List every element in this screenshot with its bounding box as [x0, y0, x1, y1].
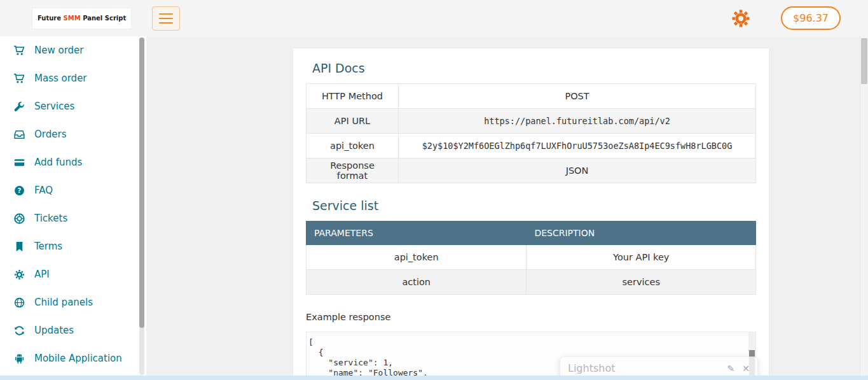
table-row: HTTP Method POST [307, 84, 756, 109]
pencil-icon[interactable]: ✎ [727, 363, 735, 374]
sidebar-item-label: Orders [34, 129, 66, 140]
row-value: $2y$10$Y2Mf6OEGlZhp6qf7LUXFhOruU5753oeZs… [399, 134, 756, 158]
question-circle-icon: ? [14, 185, 25, 196]
example-response-label: Example response [306, 312, 756, 322]
table-row: api_token Your API key [307, 245, 756, 270]
menu-icon [159, 13, 173, 15]
sidebar-item-label: Add funds [34, 157, 82, 168]
window-scrollbar[interactable] [860, 36, 868, 380]
row-label: HTTP Method [307, 84, 399, 109]
service-list-table: PARAMETERS DESCRIPTION api_token Your AP… [306, 221, 756, 295]
settings-gear-icon[interactable] [731, 9, 750, 28]
lightshot-title: Lightshot [568, 362, 615, 374]
cart-icon [14, 73, 25, 84]
table-row: api_token $2y$10$Y2Mf6OEGlZhp6qf7LUXFhOr… [307, 134, 756, 158]
topbar: Future SMM Panel Script $96.37 [0, 0, 868, 36]
row-value: POST [399, 84, 756, 109]
logo-text-part3: Panel Script [81, 15, 127, 22]
column-header-parameters: PARAMETERS [307, 222, 527, 245]
sidebar-item-label: New order [34, 45, 83, 56]
topbar-right: $96.37 [731, 6, 841, 30]
sidebar-scrollbar-thumb[interactable] [139, 38, 144, 328]
menu-icon [159, 18, 173, 19]
sidebar-item-label: Tickets [34, 213, 67, 224]
parameter-cell: api_token [307, 245, 527, 270]
sidebar-item-child-panels[interactable]: Child panels [0, 288, 146, 316]
row-label: api_token [307, 134, 399, 158]
window: { "topbar": { "logo": { "part1": "Future… [0, 0, 868, 380]
sidebar-item-label: Services [34, 101, 74, 112]
column-header-description: DESCRIPTION [527, 222, 756, 245]
row-label: Response format [307, 158, 399, 183]
bookmark-icon [14, 241, 25, 252]
life-ring-icon [14, 213, 25, 224]
api-docs-card: API Docs HTTP Method POST API URL https:… [293, 48, 769, 380]
description-cell: services [527, 270, 756, 295]
api-docs-table: HTTP Method POST API URL https://panel.f… [306, 83, 756, 183]
logo-text-part2: SMM [64, 15, 81, 22]
sidebar-item-label: Mobile Application [34, 353, 122, 364]
sidebar-toggle-button[interactable] [152, 6, 180, 31]
row-label: API URL [307, 109, 399, 134]
menu-icon [159, 22, 173, 24]
sidebar-item-api[interactable]: API [0, 260, 146, 288]
globe-icon [14, 297, 25, 308]
sidebar-item-faq[interactable]: ? FAQ [0, 176, 146, 204]
sidebar-item-label: Child panels [34, 297, 93, 308]
sidebar-item-label: FAQ [34, 185, 53, 196]
svg-text:?: ? [18, 187, 22, 194]
sidebar-item-add-funds[interactable]: Add funds [0, 148, 146, 176]
cart-icon [14, 45, 25, 56]
gear-icon [14, 269, 25, 280]
sidebar-item-label: Terms [34, 241, 62, 252]
sidebar-item-label: API [34, 269, 50, 280]
close-icon[interactable]: ✕ [742, 363, 750, 374]
refresh-icon [14, 325, 25, 336]
table-row: API URL https://panel.futureitlab.com/ap… [307, 109, 756, 134]
sidebar-item-orders[interactable]: Orders [0, 120, 146, 148]
sidebar-item-tickets[interactable]: Tickets [0, 204, 146, 232]
sidebar-item-terms[interactable]: Terms [0, 232, 146, 260]
sidebar-item-new-order[interactable]: New order [0, 36, 146, 64]
credit-card-icon [14, 157, 25, 168]
api-docs-title: API Docs [312, 61, 756, 75]
service-list-title: Service list [312, 199, 756, 213]
sidebar: New order Mass order Services Orders Add… [0, 36, 146, 380]
wrench-icon [14, 101, 25, 112]
sidebar-item-label: Mass order [34, 73, 87, 84]
sidebar-item-updates[interactable]: Updates [0, 316, 146, 344]
window-scrollbar-thumb[interactable] [861, 38, 867, 84]
logo-text-part1: Future [38, 15, 64, 22]
main-content: API Docs HTTP Method POST API URL https:… [146, 36, 860, 380]
inbox-icon [14, 129, 25, 140]
sidebar-item-services[interactable]: Services [0, 92, 146, 120]
row-value: JSON [399, 158, 756, 183]
table-row: Response format JSON [307, 158, 756, 183]
sidebar-item-mobile-application[interactable]: Mobile Application [0, 344, 146, 372]
balance-button[interactable]: $96.37 [781, 6, 841, 30]
sidebar-item-mass-order[interactable]: Mass order [0, 64, 146, 92]
sidebar-item-label: Updates [34, 325, 74, 336]
row-value: https://panel.futureitlab.com/api/v2 [399, 109, 756, 134]
android-icon [14, 353, 25, 364]
app-logo[interactable]: Future SMM Panel Script [32, 8, 132, 29]
parameter-cell: action [307, 270, 527, 295]
table-header-row: PARAMETERS DESCRIPTION [307, 222, 756, 245]
sidebar-scrollbar[interactable] [139, 38, 144, 375]
window-bottom-border [0, 376, 868, 380]
description-cell: Your API key [527, 245, 756, 270]
table-row: action services [307, 270, 756, 295]
